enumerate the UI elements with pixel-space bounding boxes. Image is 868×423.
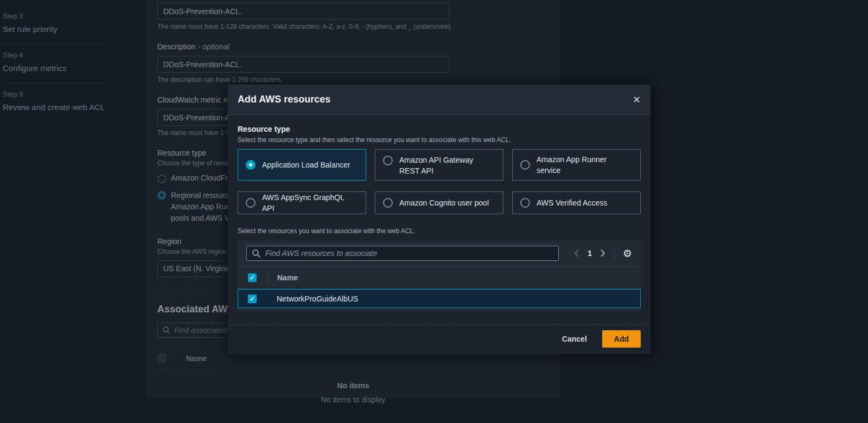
resource-name: NetworkProGuideAlbUS [277, 294, 358, 303]
resources-search [246, 246, 559, 261]
cancel-button[interactable]: Cancel [562, 335, 587, 343]
resource-type-tiles-row-2: AWS AppSync GraphQL API Amazon Cognito u… [238, 191, 641, 214]
close-icon[interactable]: ✕ [633, 95, 641, 105]
add-aws-resources-modal: Add AWS resources ✕ Resource type Select… [228, 85, 650, 354]
radio-icon [246, 198, 256, 208]
resources-table-header: ✓ Name [238, 266, 641, 289]
modal-body: Resource type Select the resource type a… [228, 115, 650, 324]
tile-application-load-balancer[interactable]: Application Load Balancer [238, 149, 366, 181]
table-row-networkproguidealbus[interactable]: ✓ NetworkProGuideAlbUS [238, 289, 641, 308]
radio-icon [383, 198, 393, 208]
header-divider [268, 272, 269, 284]
chevron-left-icon[interactable] [573, 249, 579, 258]
tile-api-gateway-rest-api[interactable]: Amazon API Gateway REST API [375, 149, 503, 181]
search-icon [252, 249, 261, 258]
modal-footer: Cancel Add [228, 324, 650, 354]
radio-selected-icon [246, 160, 256, 170]
tile-verified-access[interactable]: AWS Verified Access [512, 191, 641, 214]
name-column-header: Name [277, 273, 298, 282]
page-number[interactable]: 1 [588, 249, 592, 258]
resources-search-input[interactable] [246, 246, 559, 261]
gear-icon[interactable]: ⚙ [623, 248, 632, 259]
resources-help-text: Select the resources you want to associa… [238, 227, 641, 235]
modal-resource-type-label: Resource type [238, 125, 641, 133]
toolbar-divider [614, 247, 615, 260]
modal-resource-type-help: Select the resource type and then select… [238, 136, 641, 144]
add-button[interactable]: Add [602, 330, 641, 348]
modal-title: Add AWS resources [238, 94, 330, 105]
chevron-right-icon[interactable] [600, 249, 606, 258]
tile-app-runner-service[interactable]: Amazon App Runner service [512, 149, 641, 181]
tile-cognito-user-pool[interactable]: Amazon Cognito user pool [375, 191, 503, 214]
modal-header: Add AWS resources ✕ [228, 85, 650, 115]
select-all-checkbox[interactable]: ✓ [248, 273, 257, 282]
resource-type-tiles-row-1: Application Load Balancer Amazon API Gat… [238, 149, 641, 181]
radio-icon [383, 156, 393, 165]
radio-icon [520, 198, 530, 208]
row-checkbox[interactable]: ✓ [248, 294, 257, 303]
tile-appsync-graphql-api[interactable]: AWS AppSync GraphQL API [238, 191, 366, 214]
resources-table: 1 ⚙ ✓ Name ✓ NetworkProGuideAlbUS [238, 240, 641, 311]
radio-icon [520, 160, 530, 170]
pagination: 1 ⚙ [573, 247, 632, 260]
resources-table-toolbar: 1 ⚙ [238, 240, 641, 266]
